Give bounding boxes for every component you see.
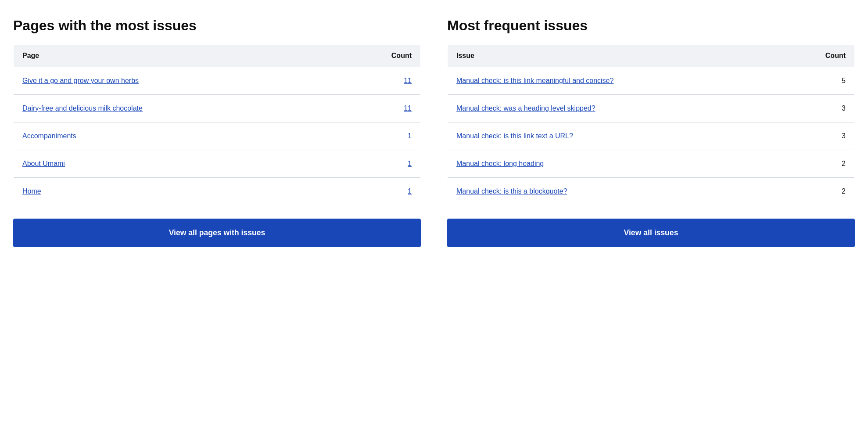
issues-table: Issue Count Manual check: is this link m…	[447, 44, 855, 205]
page-cell: Home	[14, 178, 333, 205]
page-cell: Give it a go and grow your own herbs	[14, 67, 333, 95]
count-cell: 5	[782, 67, 855, 95]
table-row: Dairy-free and delicious milk chocolate1…	[14, 95, 421, 122]
count-cell: 3	[782, 122, 855, 150]
table-row: Home1	[14, 178, 421, 205]
count-cell: 11	[333, 95, 421, 122]
table-row: Give it a go and grow your own herbs11	[14, 67, 421, 95]
issue-link[interactable]: Manual check: is this link meaningful an…	[456, 77, 613, 84]
page-link[interactable]: Home	[22, 187, 41, 195]
page-link[interactable]: Dairy-free and delicious milk chocolate	[22, 104, 143, 112]
pages-col-count-header: Count	[333, 45, 421, 67]
issue-link[interactable]: Manual check: was a heading level skippe…	[456, 104, 595, 112]
issue-link[interactable]: Manual check: is this a blockquote?	[456, 187, 567, 195]
page-link[interactable]: About Umami	[22, 160, 65, 167]
dashboard: Pages with the most issues Page Count Gi…	[13, 18, 855, 247]
left-panel: Pages with the most issues Page Count Gi…	[13, 18, 421, 247]
issue-link[interactable]: Manual check: long heading	[456, 160, 544, 167]
table-row: Manual check: is this link meaningful an…	[448, 67, 855, 95]
count-cell: 1	[333, 178, 421, 205]
pages-table-header-row: Page Count	[14, 45, 421, 67]
view-all-pages-button[interactable]: View all pages with issues	[13, 219, 421, 247]
issues-col-issue-header: Issue	[448, 45, 782, 67]
page-link[interactable]: Accompaniments	[22, 132, 76, 140]
page-link[interactable]: Give it a go and grow your own herbs	[22, 77, 139, 84]
right-panel: Most frequent issues Issue Count Manual …	[447, 18, 855, 247]
left-panel-title: Pages with the most issues	[13, 18, 421, 34]
count-cell: 2	[782, 150, 855, 178]
count-cell: 1	[333, 122, 421, 150]
table-row: Accompaniments1	[14, 122, 421, 150]
page-cell: Dairy-free and delicious milk chocolate	[14, 95, 333, 122]
count-cell: 1	[333, 150, 421, 178]
issue-cell: Manual check: is this link meaningful an…	[448, 67, 782, 95]
issue-cell: Manual check: was a heading level skippe…	[448, 95, 782, 122]
count-link[interactable]: 1	[408, 187, 412, 195]
issue-cell: Manual check: long heading	[448, 150, 782, 178]
count-link[interactable]: 1	[408, 132, 412, 140]
page-cell: About Umami	[14, 150, 333, 178]
table-row: Manual check: was a heading level skippe…	[448, 95, 855, 122]
issue-cell: Manual check: is this link text a URL?	[448, 122, 782, 150]
issues-table-header-row: Issue Count	[448, 45, 855, 67]
issue-link[interactable]: Manual check: is this link text a URL?	[456, 132, 573, 140]
pages-col-page-header: Page	[14, 45, 333, 67]
count-link[interactable]: 11	[404, 104, 412, 112]
page-cell: Accompaniments	[14, 122, 333, 150]
right-panel-title: Most frequent issues	[447, 18, 855, 34]
count-link[interactable]: 1	[408, 160, 412, 167]
table-row: Manual check: is this a blockquote?2	[448, 178, 855, 205]
issue-cell: Manual check: is this a blockquote?	[448, 178, 782, 205]
table-row: Manual check: is this link text a URL?3	[448, 122, 855, 150]
count-cell: 11	[333, 67, 421, 95]
view-all-issues-button[interactable]: View all issues	[447, 219, 855, 247]
issues-col-count-header: Count	[782, 45, 855, 67]
table-row: Manual check: long heading2	[448, 150, 855, 178]
pages-table: Page Count Give it a go and grow your ow…	[13, 44, 421, 205]
count-cell: 2	[782, 178, 855, 205]
count-link[interactable]: 11	[404, 77, 412, 84]
count-cell: 3	[782, 95, 855, 122]
table-row: About Umami1	[14, 150, 421, 178]
